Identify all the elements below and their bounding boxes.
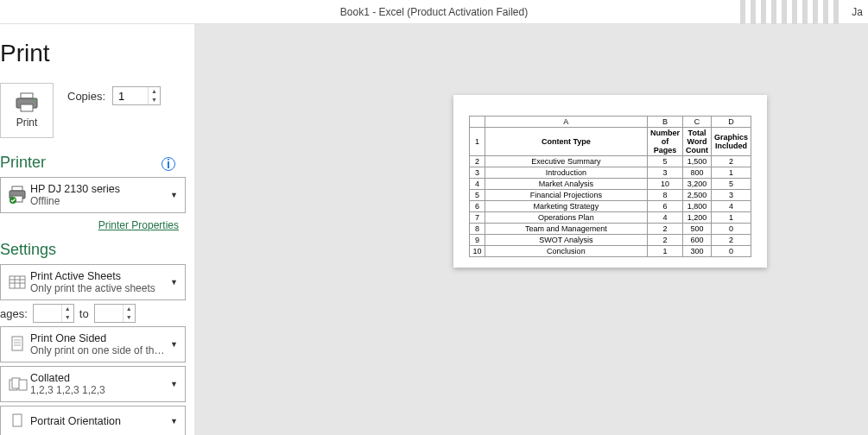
pages-from-stepper[interactable]: ▲▼ [33, 304, 74, 323]
preview-area: A B C D 1Content TypeNumber of PagesTota… [194, 24, 868, 435]
page-title: Print [0, 40, 186, 67]
portrait-icon [11, 413, 25, 429]
table-row: 7Operations Plan41,2001 [470, 212, 751, 224]
sides-line1: Print One Sided [30, 332, 168, 344]
svg-rect-13 [12, 337, 22, 350]
collate-line2: 1,2,3 1,2,3 1,2,3 [30, 384, 168, 396]
printer-status: Offline [30, 195, 168, 207]
svg-rect-4 [12, 186, 22, 191]
print-panel: Print Print Copies: ▲▼ Printer [0, 24, 194, 435]
pages-label: ages: [0, 307, 28, 320]
col-d: D [711, 117, 751, 128]
page-preview: A B C D 1Content TypeNumber of PagesTota… [453, 95, 767, 268]
table-row: 6Marketing Strategy61,8004 [470, 201, 751, 212]
table-row: 9SWOT Analysis26002 [470, 235, 751, 246]
svg-rect-2 [21, 104, 33, 111]
svg-rect-19 [19, 380, 27, 390]
copies-up[interactable]: ▲ [149, 87, 160, 96]
printer-status-icon [8, 186, 29, 205]
info-icon[interactable]: i [162, 157, 175, 171]
table-row: 5Financial Projections82,5003 [470, 190, 751, 201]
orientation-line1: Portrait Orientation [30, 415, 168, 427]
printer-heading: Printer [0, 154, 186, 172]
settings-heading: Settings [0, 241, 186, 259]
chevron-down-icon: ▼ [168, 380, 180, 388]
printer-name: HP DJ 2130 series [30, 183, 168, 195]
page-icon [10, 336, 26, 353]
table-row: 2Executive Summary51,5002 [470, 156, 751, 167]
window-title: Book1 - Excel (Product Activation Failed… [340, 6, 528, 18]
scope-line2: Only print the active sheets [30, 282, 168, 294]
svg-rect-8 [10, 276, 25, 288]
user-name: Ja [852, 6, 863, 18]
sheets-icon [9, 274, 28, 291]
collate-line1: Collated [30, 372, 168, 384]
pages-from-up[interactable]: ▲ [62, 305, 73, 313]
svg-point-7 [10, 197, 16, 204]
printer-properties-link[interactable]: Printer Properties [98, 219, 179, 231]
collate-icon [9, 376, 28, 392]
chevron-down-icon: ▼ [168, 191, 180, 199]
pages-to-input[interactable] [95, 305, 123, 322]
col-a: A [485, 117, 647, 128]
sides-line2: Only print on one side of the... [30, 344, 168, 356]
preview-table: A B C D 1Content TypeNumber of PagesTota… [469, 116, 751, 257]
pages-from-input[interactable] [34, 305, 61, 322]
col-b: B [647, 117, 682, 128]
print-scope-selector[interactable]: Print Active Sheets Only print the activ… [0, 264, 186, 300]
copies-label: Copies: [67, 90, 105, 103]
chevron-down-icon: ▼ [168, 278, 180, 287]
pages-to-down[interactable]: ▼ [124, 313, 135, 322]
copies-stepper[interactable]: ▲▼ [112, 86, 161, 105]
copies-input[interactable] [113, 87, 148, 104]
chevron-down-icon: ▼ [168, 340, 180, 349]
collate-selector[interactable]: Collated 1,2,3 1,2,3 1,2,3 ▼ [0, 366, 186, 402]
print-button-label: Print [16, 117, 38, 129]
table-row: 8Team and Management25000 [470, 224, 751, 235]
table-row: 3Introduction38001 [470, 167, 751, 179]
scope-line1: Print Active Sheets [30, 270, 168, 282]
printer-selector[interactable]: HP DJ 2130 series Offline ▼ [0, 177, 186, 213]
table-row: 10Conclusion13000 [470, 246, 751, 257]
sides-selector[interactable]: Print One Sided Only print on one side o… [0, 326, 186, 362]
print-button[interactable]: Print [0, 83, 54, 138]
table-row: 4Market Analysis103,2005 [470, 179, 751, 190]
svg-point-3 [33, 100, 35, 102]
chevron-down-icon: ▼ [168, 417, 180, 426]
pages-to-stepper[interactable]: ▲▼ [94, 304, 136, 323]
pages-from-down[interactable]: ▼ [62, 313, 73, 322]
svg-rect-20 [13, 414, 22, 426]
pages-to-up[interactable]: ▲ [124, 305, 135, 313]
title-bar: Book1 - Excel (Product Activation Failed… [0, 0, 868, 24]
orientation-selector[interactable]: Portrait Orientation ▼ [0, 406, 186, 435]
pages-to-label: to [79, 307, 89, 320]
table-row: 1Content TypeNumber of PagesTotal Word C… [470, 128, 751, 156]
svg-rect-0 [21, 93, 33, 98]
copies-down[interactable]: ▼ [149, 96, 160, 104]
col-c: C [683, 117, 712, 128]
printer-icon [15, 92, 39, 113]
